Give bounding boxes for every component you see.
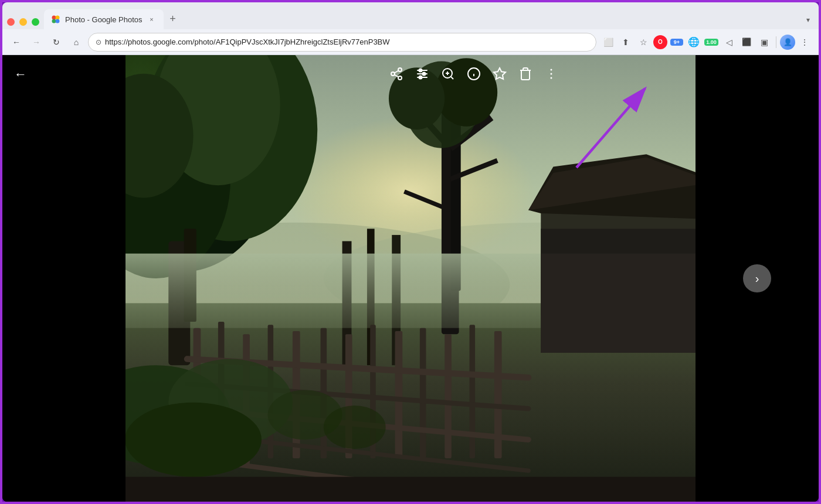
back-button[interactable]: ← [8,34,25,50]
svg-point-78 [551,73,552,75]
address-bar[interactable]: ⊙ [88,33,596,52]
photo-area[interactable] [125,55,696,502]
tab-title: Photo - Google Photos [65,15,143,24]
window-controls [7,18,39,29]
info-button[interactable] [462,62,486,86]
badge-count: 9+ [670,39,683,46]
svg-rect-42 [395,331,403,458]
forward-button[interactable]: → [28,34,45,50]
browser-menu-button[interactable]: ⋮ [796,34,813,50]
extension-icon-5[interactable]: ▣ [756,34,772,50]
share-button[interactable] [385,62,408,86]
svg-point-0 [52,16,56,20]
minimize-window-button[interactable] [19,18,27,26]
opera-icon: O [658,39,663,45]
photo-toolbar [375,55,572,93]
favicon-icon [51,15,60,24]
badge-extension[interactable]: 9+ [670,35,684,49]
extension-icon-3[interactable]: ◁ [721,34,737,50]
left-panel [2,55,125,502]
extension-icon-1[interactable]: 🌐 [686,34,702,50]
cast-button[interactable]: ⬜ [600,34,616,50]
svg-point-68 [419,76,422,79]
svg-point-56 [324,406,386,449]
svg-line-62 [395,71,399,73]
svg-point-67 [423,73,426,76]
home-button[interactable]: ⌂ [68,34,84,50]
tab-close-button[interactable]: × [147,15,157,24]
extension-icon-4[interactable]: ⬛ [738,34,755,50]
svg-rect-45 [470,325,476,458]
nav-divider [776,36,776,48]
favorite-button[interactable] [488,62,511,86]
next-icon: › [755,272,759,285]
content-area: ← [2,55,819,502]
navigation-bar: ← → ↻ ⌂ ⊙ ⬜ ⬆ ☆ O 9+ 🌐 1.00 ◁ ⬛ [2,29,819,55]
photo-canvas [125,55,696,502]
svg-rect-33 [541,254,696,353]
next-photo-button[interactable]: › [743,264,771,292]
profile-avatar[interactable]: 👤 [780,35,795,50]
nav-right-icons: ⬜ ⬆ ☆ O 9+ 🌐 1.00 ◁ ⬛ ▣ 👤 ⋮ [600,34,813,50]
browser-window: Photo - Google Photos × + ▾ ← → ↻ ⌂ ⊙ ⬜ … [2,2,819,502]
close-window-button[interactable] [7,18,15,26]
svg-point-3 [56,19,60,23]
right-panel: › [696,55,819,502]
maximize-window-button[interactable] [32,18,39,26]
svg-rect-57 [125,477,696,502]
zoom-button[interactable] [436,62,460,86]
svg-point-1 [56,16,60,20]
refresh-button[interactable]: ↻ [48,34,65,50]
new-tab-button[interactable]: + [165,11,181,27]
delete-button[interactable] [514,62,537,86]
svg-point-66 [419,69,422,72]
svg-point-77 [551,69,552,71]
svg-line-70 [451,77,453,79]
svg-point-54 [125,403,262,477]
svg-point-79 [551,77,552,79]
tab-bar-right: ▾ [802,14,814,29]
tab-bar: Photo - Google Photos × + ▾ [2,2,819,29]
extension-icon-2[interactable]: 1.00 [703,34,720,50]
download-button[interactable]: ⬆ [618,34,634,50]
svg-marker-76 [494,68,506,79]
edit-sliders-button[interactable] [410,62,434,86]
svg-point-2 [52,19,56,23]
active-tab[interactable]: Photo - Google Photos × [44,9,164,29]
bookmark-button[interactable]: ☆ [635,34,652,50]
more-menu-button[interactable] [540,62,563,86]
svg-rect-43 [420,328,426,458]
photo-back-button[interactable]: ← [14,67,27,82]
address-bar-security-icon: ⊙ [96,38,101,46]
svg-line-61 [395,75,399,77]
photo-image [125,55,696,502]
address-bar-input[interactable] [105,38,589,46]
tab-dropdown-button[interactable]: ▾ [802,14,814,26]
opera-extension[interactable]: O [653,35,667,49]
green-badge: 1.00 [704,39,718,46]
svg-rect-44 [445,334,452,458]
